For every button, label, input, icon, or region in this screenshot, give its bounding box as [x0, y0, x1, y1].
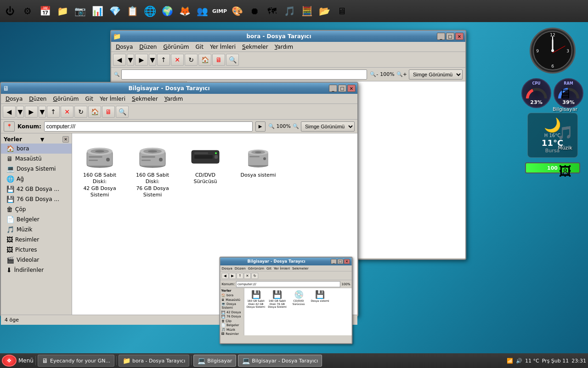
bilgisayar-up-btn[interactable]: ↑ — [47, 106, 60, 118]
bora-search-btn[interactable]: 🔍 — [226, 54, 239, 66]
menu-label[interactable]: Menü — [18, 357, 34, 364]
bilgisayar-view-select[interactable]: Simge Görünümü — [301, 121, 355, 132]
bilgisayar-back-btn[interactable]: ◀ — [3, 106, 16, 118]
people-icon[interactable]: 👥 — [194, 3, 210, 19]
file-item-hdd1[interactable]: 160 GB Sabit Diski:42 GB DosyaSistemi — [77, 138, 123, 201]
bilgisayar-zoom-in[interactable]: 🔍 — [293, 123, 299, 129]
sidebar-item-indirilenler[interactable]: ⬇ İndirilenler — [1, 265, 72, 275]
bora-computer-btn[interactable]: 🖥 — [212, 54, 225, 66]
bora-view-select[interactable]: Simge Görünümü — [409, 69, 463, 80]
bilgisayar-titlebar[interactable]: 🖥 Bilgisayar - Dosya Tarayıcı _ □ ✕ — [1, 83, 357, 94]
record-icon[interactable]: ⏺ — [246, 3, 263, 19]
bora-close-btn[interactable]: ✕ — [455, 33, 464, 40]
bilgisayar-forward-btn[interactable]: ▶ — [25, 106, 38, 118]
bora-zoom-in[interactable]: 🔍+ — [396, 71, 407, 77]
file-item-dvd[interactable]: CD/DVD Sürücüsü — [182, 138, 228, 201]
bora-minimize-btn[interactable]: _ — [437, 33, 445, 40]
sidebar-item-pictures[interactable]: 🖼 Pictures — [1, 245, 72, 255]
sidebar-item-muzik[interactable]: 🎵 Müzik — [1, 224, 72, 235]
desktop-icon-music[interactable]: 🎵 Müzik — [547, 121, 583, 151]
calendar-icon[interactable]: 📅 — [37, 3, 53, 19]
sidebar-item-videolar[interactable]: 🎬 Videolar — [1, 255, 72, 265]
desktop-icon-computer[interactable]: 🖥 Bilgisayar — [547, 83, 583, 112]
bilgisayar-menu-duzen[interactable]: Düzen — [26, 95, 49, 103]
bilgisayar-home-btn[interactable]: 🏠 — [88, 106, 101, 118]
mini-titlebar[interactable]: Bilgisayar - Dosya Tarayıcı _ □ ✕ — [220, 258, 352, 265]
window-mini[interactable]: Bilgisayar - Dosya Tarayıcı _ □ ✕ Dosya … — [220, 257, 353, 344]
bora-menu-gorunum[interactable]: Görünüm — [160, 43, 192, 51]
mini-max-btn[interactable]: □ — [337, 259, 343, 264]
taskbar-app-bora[interactable]: 📁 bora - Dosya Tarayıcı — [119, 355, 189, 367]
mini-back[interactable]: ◀ — [221, 273, 228, 279]
sidebar-item-resimler[interactable]: 🖼 Resimler — [1, 235, 72, 245]
calc-icon[interactable]: 🧮 — [299, 3, 315, 19]
chart-icon[interactable]: 📊 — [89, 3, 106, 19]
bilgisayar-menu-yardim[interactable]: Yardım — [162, 95, 186, 103]
taskbar-app-bilgisayar2[interactable]: 💻 Bilgisayar - Dosya Tarayıcı — [238, 355, 322, 367]
globe-icon[interactable]: 🌍 — [159, 3, 175, 19]
bora-menu-git[interactable]: Git — [193, 43, 206, 51]
sidebar-item-42gb[interactable]: 💾 42 GB Dosya ... — [1, 184, 72, 194]
music-icon[interactable]: 🎵 — [281, 3, 298, 19]
bora-up-btn[interactable]: ↑ — [157, 54, 170, 66]
bilgisayar-minimize-btn[interactable]: _ — [329, 85, 337, 92]
clipboard-icon[interactable]: 📋 — [124, 3, 141, 19]
bora-reload-btn[interactable]: ↻ — [185, 54, 198, 66]
bora-menu-dosya[interactable]: Dosya — [113, 43, 136, 51]
color-icon[interactable]: 🎨 — [229, 3, 245, 19]
files-icon[interactable]: 📁 — [54, 3, 71, 19]
power-icon[interactable]: ⏻ — [2, 3, 18, 19]
gem-icon[interactable]: 💎 — [107, 3, 123, 19]
sidebar-item-ag[interactable]: 🌐 Ağ — [1, 174, 72, 184]
bilgisayar-zoom-out[interactable]: 🔍 — [268, 123, 275, 129]
start-button[interactable]: ❖ — [2, 355, 17, 367]
settings-icon[interactable]: ⚙ — [19, 3, 36, 19]
bora-menu-yer[interactable]: Yer İmleri — [207, 43, 238, 51]
bora-forward-dropdown[interactable]: ▼ — [149, 54, 156, 66]
bora-maximize-btn[interactable]: □ — [446, 33, 454, 40]
bora-menu-yardim[interactable]: Yardım — [272, 43, 296, 51]
bora-back-dropdown[interactable]: ▼ — [127, 54, 134, 66]
file-item-hdd2[interactable]: 160 GB Sabit Diski:76 GB DosyaSistemi — [130, 138, 175, 201]
bora-address-input[interactable] — [121, 69, 367, 80]
bilgisayar-close-btn[interactable]: ✕ — [347, 85, 356, 92]
bilgisayar-menu-gorunum[interactable]: Görünüm — [50, 95, 81, 103]
mini-reload[interactable]: ↻ — [251, 273, 258, 279]
gimp-icon[interactable]: GIMP — [211, 3, 228, 19]
bilgisayar-forward-dropdown[interactable]: ▼ — [39, 106, 46, 118]
bilgisayar-address-input[interactable] — [44, 121, 253, 132]
sidebar-close-btn[interactable]: ✕ — [62, 136, 69, 143]
map-icon[interactable]: 🗺 — [264, 3, 280, 19]
sidebar-item-76gb[interactable]: 💾 76 GB Dosya ... — [1, 194, 72, 204]
sidebar-item-belgeler[interactable]: 📄 Belgeler — [1, 214, 72, 224]
address-go-btn[interactable]: ▶ — [255, 121, 266, 132]
bora-back-btn[interactable]: ◀ — [113, 54, 126, 66]
monitor-icon[interactable]: 🖥 — [334, 3, 350, 19]
bora-titlebar[interactable]: 📁 bora - Dosya Tarayıcı _ □ ✕ — [111, 31, 465, 42]
folder-icon[interactable]: 📂 — [316, 3, 333, 19]
mini-min-btn[interactable]: _ — [331, 259, 337, 264]
mini-fwd[interactable]: ▶ — [229, 273, 236, 279]
sidebar-item-cop[interactable]: 🗑 Çöp — [1, 204, 72, 214]
camera-icon[interactable]: 📷 — [72, 3, 88, 19]
bilgisayar-computer-btn[interactable]: 🖥 — [102, 106, 115, 118]
taskbar-app-bilgisayar1[interactable]: 💻 Bilgisayar — [193, 355, 236, 367]
bilgisayar-search-btn[interactable]: 🔍 — [116, 106, 129, 118]
sidebar-item-bora[interactable]: 🏠 bora — [1, 144, 72, 154]
sidebar-item-masaustu[interactable]: 🖥 Masaüstü — [1, 154, 72, 164]
taskbar-app-eyecandy[interactable]: 🖥 Eyecandy for your GN... — [38, 355, 114, 367]
browser-icon[interactable]: 🦊 — [176, 3, 193, 19]
mini-up[interactable]: ↑ — [237, 273, 243, 279]
bora-forward-btn[interactable]: ▶ — [135, 54, 148, 66]
bora-menu-duzen[interactable]: Düzen — [136, 43, 159, 51]
mini-close-btn[interactable]: ✕ — [344, 259, 350, 264]
bora-home-btn[interactable]: 🏠 — [198, 54, 211, 66]
bilgisayar-back-dropdown[interactable]: ▼ — [17, 106, 24, 118]
bora-zoom-out[interactable]: 🔍- — [370, 71, 378, 77]
sidebar-item-dosyasistemi[interactable]: 💻 Dosya Sistemi — [1, 164, 72, 174]
desktop-icon-photos[interactable]: 🖼 — [547, 160, 583, 182]
file-item-filesystem[interactable]: Dosya sistemi — [235, 138, 281, 201]
bilgisayar-menu-sekmeler[interactable]: Sekmeler — [129, 95, 161, 103]
bilgisayar-stop-btn[interactable]: ✕ — [61, 106, 74, 118]
mini-stop[interactable]: ✕ — [244, 273, 251, 279]
